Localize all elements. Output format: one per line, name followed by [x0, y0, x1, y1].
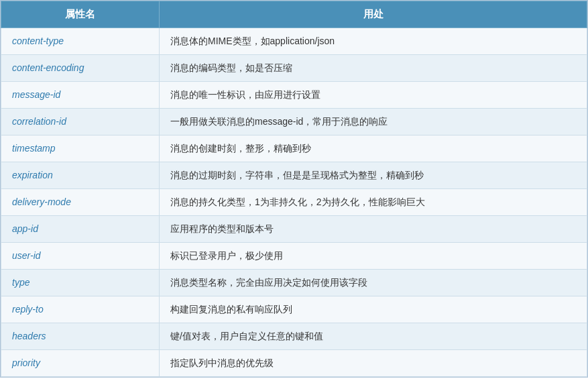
table-row: message-id消息的唯一性标识，由应用进行设置 [1, 82, 587, 109]
col-header-usage: 用处 [160, 1, 587, 28]
table-header-row: 属性名 用处 [1, 1, 587, 28]
property-description: 消息的持久化类型，1为非持久化，2为持久化，性能影响巨大 [160, 189, 587, 216]
table-row: app-id应用程序的类型和版本号 [1, 216, 587, 243]
property-description: 一般用做关联消息的message-id，常用于消息的响应 [160, 109, 587, 135]
table-row: expiration消息的过期时刻，字符串，但是是呈现格式为整型，精确到秒 [1, 162, 587, 189]
property-description: 消息的编码类型，如是否压缩 [160, 55, 587, 82]
table-row: content-type消息体的MIME类型，如application/json [1, 28, 587, 55]
property-description: 消息的唯一性标识，由应用进行设置 [160, 82, 587, 109]
table-row: correlation-id一般用做关联消息的message-id，常用于消息的… [1, 109, 587, 135]
property-description: 应用程序的类型和版本号 [160, 216, 587, 243]
property-name: content-encoding [1, 55, 160, 82]
table-row: delivery-mode消息的持久化类型，1为非持久化，2为持久化，性能影响巨… [1, 189, 587, 216]
table-row: timestamp消息的创建时刻，整形，精确到秒 [1, 135, 587, 162]
table-row: priority指定队列中消息的优先级 [1, 350, 587, 377]
property-description: 构建回复消息的私有响应队列 [160, 296, 587, 323]
property-name: reply-to [1, 296, 160, 323]
col-header-name: 属性名 [1, 1, 160, 28]
table-row: type消息类型名称，完全由应用决定如何使用该字段 [1, 270, 587, 296]
property-description: 消息类型名称，完全由应用决定如何使用该字段 [160, 270, 587, 296]
property-name: correlation-id [1, 109, 160, 135]
property-name: app-id [1, 216, 160, 243]
property-name: timestamp [1, 135, 160, 162]
property-name: content-type [1, 28, 160, 55]
property-name: delivery-mode [1, 189, 160, 216]
property-description: 消息的创建时刻，整形，精确到秒 [160, 135, 587, 162]
property-description: 键/值对表，用户自定义任意的键和值 [160, 323, 587, 350]
property-description: 指定队列中消息的优先级 [160, 350, 587, 377]
property-name: priority [1, 350, 160, 377]
properties-table: 属性名 用处 content-type消息体的MIME类型，如applicati… [0, 0, 588, 378]
table-row: reply-to构建回复消息的私有响应队列 [1, 296, 587, 323]
table-row: user-id标识已登录用户，极少使用 [1, 243, 587, 270]
property-description: 消息体的MIME类型，如application/json [160, 28, 587, 55]
property-name: expiration [1, 162, 160, 189]
table-row: headers键/值对表，用户自定义任意的键和值 [1, 323, 587, 350]
table-row: content-encoding消息的编码类型，如是否压缩 [1, 55, 587, 82]
property-name: headers [1, 323, 160, 350]
property-description: 标识已登录用户，极少使用 [160, 243, 587, 270]
property-description: 消息的过期时刻，字符串，但是是呈现格式为整型，精确到秒 [160, 162, 587, 189]
property-name: user-id [1, 243, 160, 270]
property-name: message-id [1, 82, 160, 109]
property-name: type [1, 270, 160, 296]
